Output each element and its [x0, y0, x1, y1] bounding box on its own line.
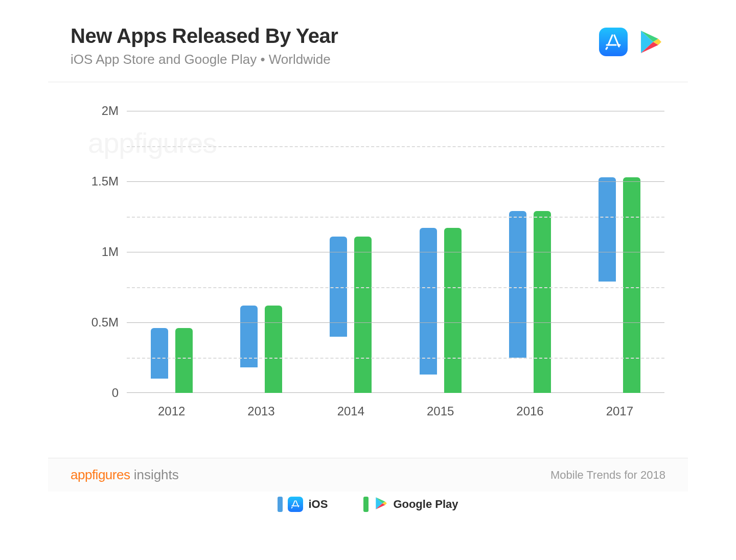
- svg-line-0: [608, 35, 612, 45]
- legend-label-ios: iOS: [308, 498, 328, 511]
- chart-title: New Apps Released By Year: [71, 25, 338, 48]
- footer-brand-highlight: appfigures: [71, 467, 130, 482]
- chart-footer: appfigures insights Mobile Trends for 20…: [48, 458, 688, 492]
- footer-brand-rest: insights: [130, 467, 178, 482]
- bar-group: 2016: [499, 211, 561, 393]
- legend-item-google-play: Google Play: [363, 496, 458, 512]
- bar-ios: [151, 328, 168, 379]
- bar-google-play: [265, 306, 282, 393]
- legend-label-google-play: Google Play: [393, 498, 458, 511]
- chart-plot-area: appfigures 201220132014201520162017 00.5…: [72, 111, 664, 438]
- bar-google-play: [354, 237, 372, 393]
- bar-ios: [599, 177, 616, 282]
- google-play-icon: [637, 29, 663, 55]
- x-axis-tick-label: 2014: [337, 404, 364, 418]
- google-play-icon: [374, 496, 388, 512]
- bar-group: 2014: [320, 237, 381, 393]
- svg-line-5: [293, 501, 295, 506]
- footer-caption: Mobile Trends for 2018: [550, 469, 665, 482]
- chart-header: New Apps Released By Year iOS App Store …: [48, 0, 688, 82]
- x-axis-tick-label: 2015: [427, 404, 454, 418]
- y-axis-tick-label: 1M: [72, 245, 119, 259]
- y-axis-tick-label: 1.5M: [72, 174, 119, 189]
- bar-group: 2015: [410, 228, 471, 393]
- legend-swatch-ios: [278, 497, 283, 512]
- bar-group: 2013: [231, 306, 292, 393]
- bar-google-play: [534, 211, 551, 393]
- x-axis-tick-label: 2013: [247, 404, 274, 418]
- y-axis-tick-label: 0.5M: [72, 315, 119, 330]
- x-axis-tick-label: 2017: [606, 404, 633, 418]
- svg-line-9: [292, 507, 292, 508]
- legend-item-ios: iOS: [278, 497, 328, 512]
- footer-brand: appfigures insights: [71, 467, 179, 483]
- app-store-icon: [599, 28, 628, 56]
- svg-line-4: [606, 48, 607, 49]
- x-axis-tick-label: 2012: [158, 404, 185, 418]
- x-axis-tick-label: 2016: [516, 404, 543, 418]
- app-store-icon: [288, 497, 303, 512]
- store-icons: [599, 28, 663, 56]
- chart-subtitle: iOS App Store and Google Play • Worldwid…: [71, 52, 338, 67]
- y-axis-tick-label: 0: [72, 386, 119, 400]
- legend-swatch-google-play: [363, 497, 369, 512]
- bar-google-play: [175, 328, 193, 393]
- bar-ios: [420, 228, 437, 375]
- bar-google-play: [623, 177, 640, 393]
- y-axis-tick-label: 2M: [72, 104, 119, 118]
- chart-legend: iOS Google Play: [48, 496, 688, 512]
- bar-ios: [509, 211, 526, 358]
- bar-group: 2012: [141, 328, 202, 393]
- bar-group: 2017: [589, 177, 650, 393]
- bar-google-play: [444, 228, 462, 393]
